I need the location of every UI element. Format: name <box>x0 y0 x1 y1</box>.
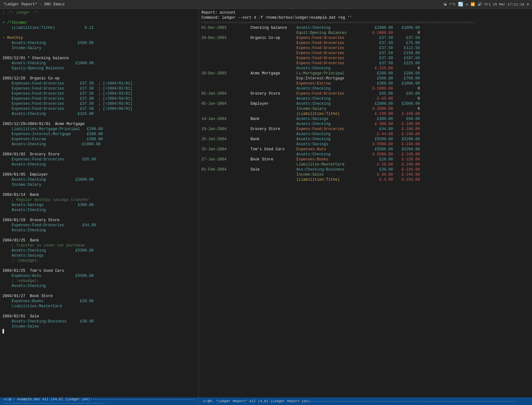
left-pane-line: Assets:Checking £1000.00 <box>3 61 196 66</box>
report-row: 19-Jan-2004Grocery StoreExpens:Food:Groc… <box>201 127 529 132</box>
report-amount2: £2000.00 <box>393 101 420 106</box>
report-desc: Checking balance <box>250 25 296 30</box>
volume-icon[interactable]: 🔊 <box>478 2 482 6</box>
report-amount2: £-240.00 <box>393 132 420 137</box>
report-account: Expens:Food:Groceries <box>296 51 366 56</box>
report-amount1: £200.00 <box>366 71 393 76</box>
report-amount2: £112.50 <box>393 46 420 51</box>
report-amount2: £700.00 <box>393 76 420 81</box>
left-pane-line: Expenses:Food:Groceries £37.50 ; [=2004/… <box>3 86 196 91</box>
refresh-icon[interactable]: 🔄 <box>458 2 463 7</box>
report-date <box>201 162 250 167</box>
report-amount1: £5500.00 <box>366 137 393 142</box>
report-amount1: £1000.00 <box>366 25 393 30</box>
report-amount2: £5260.00 <box>393 147 420 152</box>
report-amount2: £75.00 <box>393 40 420 46</box>
left-pane-line: 2004/01/02 Grocery Store <box>3 152 196 157</box>
report-account: Assets:Checking <box>296 122 366 127</box>
report-amount2: 0 <box>393 106 420 111</box>
left-pane-line: 2004/02/01 Sale <box>3 314 196 319</box>
left-pane-line: Expenses:Books £20.00 <box>3 299 196 304</box>
report-amount1: £-3.60 <box>366 177 393 182</box>
left-pane-line: Equity:Opening Balances <box>3 66 196 71</box>
report-date <box>201 30 250 35</box>
mail-icon[interactable]: ✉ <box>466 2 468 6</box>
left-pane-line <box>3 213 196 218</box>
report-amount1: £65.00 <box>366 91 393 96</box>
report-account: Assets:Checking <box>296 25 366 30</box>
report-row: Assets:Checking£-44.00£-240.00 <box>201 132 529 137</box>
left-pane-line <box>3 289 196 294</box>
report-account: (Liabilities:Tithe) <box>296 111 366 116</box>
report-account: Equit:Opening Balances <box>296 30 366 35</box>
report-date: 27-Jan-2004 <box>201 157 250 162</box>
report-row: Exp:Interest:Mortgage£500.00£700.00 <box>201 76 529 81</box>
left-pane-line: Income:Salary <box>3 182 196 187</box>
report-desc <box>250 111 296 116</box>
report-row: Expens:Food:Groceries£37.50£225.00 <box>201 61 529 66</box>
report-desc <box>250 106 296 111</box>
left-pane-line <box>3 30 196 35</box>
report-desc <box>250 96 296 101</box>
report-amount2: £-240.00 <box>393 142 420 147</box>
report-amount2: £-210.00 <box>393 167 420 172</box>
report-account: Assets:Checking <box>296 86 366 91</box>
report-desc: Acme Mortgage <box>250 71 296 76</box>
report-desc <box>250 30 296 35</box>
report-amount2: 0 <box>393 30 420 35</box>
left-pane-line: Expenses:Food:Groceries £44.00 <box>3 223 196 228</box>
report-account: Income:Sales <box>296 172 366 177</box>
left-pane-line: Assets:Checking £2000.00 <box>3 177 196 182</box>
report-desc: Sale <box>250 167 296 172</box>
left-pane-line <box>3 187 196 192</box>
report-row: Assets:Checking£-1000.000 <box>201 86 529 91</box>
report-desc: Grocery Store <box>250 127 296 132</box>
report-amount2: £65.00 <box>393 91 420 96</box>
statusbar-right: -U:@%- *Ledger Report* All (4,0) (Ledger… <box>199 399 532 403</box>
report-row: Assets:Checking£-65.000 <box>201 96 529 101</box>
report-row: Expens:Food:Groceries£37.50£112.50 <box>201 46 529 51</box>
report-date <box>201 106 250 111</box>
report-amount1: £-65.00 <box>366 96 393 101</box>
report-amount1: £44.00 <box>366 127 393 132</box>
report-date <box>201 81 250 86</box>
report-account: Assets:Checking <box>296 152 366 157</box>
report-row: 28-Dec-2003Acme MortgageLi:Mortgage:Prin… <box>201 71 529 76</box>
report-amount2: £37.50 <box>393 35 420 40</box>
report-account: Assets:Checking <box>296 96 366 101</box>
report-date: 19-Jan-2004 <box>201 127 250 132</box>
settings-icon[interactable]: ⚙ <box>527 2 529 6</box>
report-row: 25-Jan-2004Tom's Used CarsExpenses:Auto£… <box>201 147 529 152</box>
left-pane-line: Income:Salary <box>3 46 196 51</box>
report-row: Assets:Checking£-300.00£-240.00 <box>201 122 529 127</box>
weather-icon: 🌤 <box>443 2 447 6</box>
report-desc <box>250 56 296 61</box>
report-desc <box>250 162 296 167</box>
report-row: Income:Salary£-2000.000 <box>201 106 529 111</box>
report-date <box>201 177 250 182</box>
report-header-title: Report: account <box>201 10 529 15</box>
left-pane-line: 2004/01/25 Tom's Used Cars <box>3 268 196 273</box>
report-amount1: £20.00 <box>366 157 393 162</box>
report-desc <box>250 152 296 157</box>
left-pane-line <box>3 71 196 76</box>
report-amount2: £200.00 <box>393 71 420 76</box>
report-account: Expens:Food:Groceries <box>296 46 366 51</box>
report-desc <box>250 86 296 91</box>
report-separator: ========================================… <box>201 20 529 25</box>
report-row: 02-Jan-2004Grocery StoreExpens:Food:Groc… <box>201 91 529 96</box>
report-desc: Organic Co-op <box>250 35 296 40</box>
report-amount2: £-240.00 <box>393 111 420 116</box>
report-amount1: £5500.00 <box>366 147 393 152</box>
report-date <box>201 86 250 91</box>
report-date <box>201 172 250 177</box>
report-amount1: £37.50 <box>366 61 393 66</box>
report-amount1: £-20.00 <box>366 162 393 167</box>
left-pane-line: Assets:Checking:Business £30.00 <box>3 319 196 324</box>
left-pane-line: Expenses:Escrow £300.00 <box>3 137 196 142</box>
temperature: 7°C <box>449 3 456 6</box>
left-pane-line: Assets:Savings <box>3 253 196 258</box>
report-account: Liabilitie:MasterCard <box>296 162 366 167</box>
report-amount1: £-2000.00 <box>366 106 393 111</box>
report-desc <box>250 66 296 71</box>
